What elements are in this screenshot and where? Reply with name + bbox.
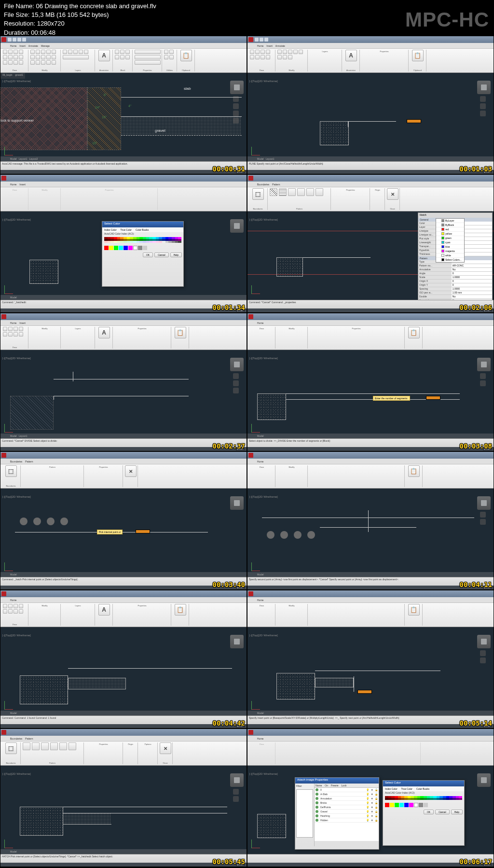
cancel-button[interactable]: Cancel: [435, 810, 450, 814]
dim-24: 24": [95, 106, 100, 109]
dialog-title: Select Color: [102, 222, 183, 227]
dropdown-item[interactable]: white: [436, 253, 464, 258]
divide-nodes: [20, 518, 68, 525]
dynamic-prompt: Enter the number of segments:: [373, 396, 410, 401]
layer-row[interactable]: 0💡❄🔓: [315, 788, 379, 792]
label-slab: slab: [184, 86, 191, 91]
select-color-dialog[interactable]: Select Color Index ColorTrue ColorColor …: [102, 221, 184, 287]
timestamp: 00:00:31: [213, 165, 245, 173]
aci-basic-row[interactable]: [102, 245, 183, 251]
help-button[interactable]: Help: [170, 252, 182, 257]
status-bar: MODEL: [0, 170, 247, 174]
thumb-3: HomeInsert Draw Modify Properties [-][To…: [0, 174, 247, 313]
thumb-9: Home Draw Modify Layers A Properties 📋 […: [0, 590, 247, 728]
prop-row[interactable]: Pattern na...AR-CONC: [418, 264, 492, 268]
prop-row[interactable]: Origin X0: [418, 280, 492, 283]
filter-label: Filter:: [296, 784, 313, 787]
layer-row[interactable]: A-Slab💡❄🔓: [315, 792, 379, 797]
layer-properties-dialog[interactable]: Attach image Properties Filter: NameOnFr…: [295, 777, 379, 850]
prop-row[interactable]: Origin Y0: [418, 283, 492, 287]
thumb-5: HomeInsert Draw Modify Layers A Properti…: [0, 313, 247, 451]
dynamic-prompt: Pick internal point or: [97, 530, 123, 534]
dynamic-input[interactable]: [357, 690, 372, 694]
layer-row[interactable]: Hatching💡❄🔓: [315, 814, 379, 818]
view-cube[interactable]: [230, 81, 244, 94]
drawing-area[interactable]: 06_begingravel1 [-][Top][2D Wireframe] s…: [0, 73, 247, 161]
command-line[interactable]: Command: Command: 1 found Command: 1 fou…: [0, 715, 247, 724]
dynamic-input[interactable]: [136, 530, 150, 533]
prop-row[interactable]: Angle0: [418, 272, 492, 276]
dropdown-item[interactable]: red: [436, 227, 464, 232]
ucs-icon: [4, 144, 16, 155]
dim-16: 16": [102, 115, 107, 119]
mpc-hc-watermark: MPC-HC: [405, 6, 489, 34]
prop-row[interactable]: Scale1.0000: [418, 276, 492, 280]
dropdown-item[interactable]: green: [436, 236, 464, 240]
thumb-1: HomeInsertAnnotateManage Draw Modify Lay…: [0, 36, 247, 174]
layer-row[interactable]: Gravel💡❄🔓: [315, 810, 379, 814]
view-label: [-][Top][2D Wireframe]: [2, 80, 31, 83]
autocad-icon: [1, 37, 6, 42]
dropdown-item[interactable]: blue: [436, 245, 464, 249]
ribbon: HomeInsertAnnotateManage Draw Modify Lay…: [0, 36, 247, 73]
dropdown-item[interactable]: yellow: [436, 232, 464, 236]
thumb-8: Home Draw Modify 📋 [-][Top][2D Wireframe…: [247, 451, 494, 590]
title-bar: [0, 36, 247, 43]
thumb-6: Home Draw Modify Properties 📋 [-][Top][2…: [247, 313, 494, 451]
help-button[interactable]: Help: [451, 810, 463, 814]
dynamic-input[interactable]: [407, 119, 421, 123]
ok-button[interactable]: OK: [424, 810, 434, 814]
command-line[interactable]: Command: *Cancel* Command: _properties: [247, 300, 494, 308]
layer-row[interactable]: Hidden💡❄🔓: [315, 818, 379, 823]
dropdown-item[interactable]: ByBlock: [436, 223, 464, 227]
command-line[interactable]: HATCH Pick internal point or [Select obj…: [0, 854, 247, 863]
command-line[interactable]: Command: *Cancel* DIVIDE Select object t…: [0, 438, 247, 447]
dropdown-item[interactable]: Select Colors...: [436, 258, 464, 262]
thumb-11: BoundariesPattern ⬚Boundaries Pattern Pr…: [0, 728, 247, 867]
thumb-10: Home Draw Modify 📋 [-][Top][2D Wireframe…: [247, 590, 494, 728]
thumb-7: BoundariesPattern ⬚Boundaries Pattern Pr…: [0, 451, 247, 590]
command-line[interactable]: Select object to divide: >>_DIVIDE Enter…: [247, 438, 494, 447]
label-gravel: gravel: [155, 128, 165, 133]
layer-row[interactable]: Bricks💡❄🔓: [315, 801, 379, 805]
select-color-dialog[interactable]: Select Color Index ColorTrue ColorColor …: [383, 780, 465, 846]
command-line[interactable]: Command: _hatch Pick internal point or […: [0, 577, 247, 586]
thumb-4: BoundariesPattern ⬚Boundaries Pattern Pr…: [247, 174, 494, 313]
ribbon-tabs[interactable]: HomeInsertAnnotateManage: [0, 43, 247, 49]
prop-row[interactable]: ISO pen w...1.00 mm: [418, 291, 492, 295]
layer-row[interactable]: Annotation💡❄🔓: [315, 797, 379, 801]
cancel-button[interactable]: Cancel: [154, 252, 169, 257]
selection-type: Hatch: [418, 213, 492, 218]
command-line[interactable]: PLINE Specify next point or [Arc/Close/H…: [247, 161, 494, 170]
paste-icon[interactable]: 📋: [180, 50, 192, 61]
layer-row[interactable]: DefPoints💡❄🔓: [315, 805, 379, 810]
color-palette[interactable]: [102, 235, 183, 245]
command-line[interactable]: AutoCAD message: This file is a TrustedD…: [0, 161, 247, 170]
dim-6: 6": [104, 93, 107, 97]
color-dropdown[interactable]: ByLayerByBlockredyellowgreencyanbluemage…: [436, 218, 465, 263]
dropdown-item[interactable]: magenta: [436, 249, 464, 253]
prop-row[interactable]: Spacing1.0000: [418, 287, 492, 291]
thumbnail-grid: HomeInsertAnnotateManage Draw Modify Lay…: [0, 36, 494, 867]
dynamic-input[interactable]: [426, 396, 440, 400]
command-line[interactable]: Specify second point or [Array] <use fir…: [247, 577, 494, 586]
command-line[interactable]: [247, 854, 494, 863]
prop-row[interactable]: DoubleNo: [418, 295, 492, 299]
command-line[interactable]: Specify insert point or [Basepoint/Scale…: [247, 715, 494, 724]
label-block: lock to support veneer: [0, 119, 34, 122]
thumb-12: Home Draw [-][Top][2D Wireframe] Attach …: [247, 728, 494, 867]
dropdown-item[interactable]: ByLayer: [436, 219, 464, 223]
command-line[interactable]: Command: '_hatchedit: [0, 300, 247, 308]
dim-4: 4": [128, 104, 131, 108]
ok-button[interactable]: OK: [143, 252, 153, 257]
dim-10: 10": [92, 141, 97, 145]
dropdown-item[interactable]: cyan: [436, 240, 464, 245]
prop-row[interactable]: AnnotativeNo: [418, 268, 492, 272]
file-info-header: File Name: 06 Drawing the concrete slab …: [0, 0, 494, 36]
thumb-2: HomeInsertAnnotate Draw Modify Layers AA…: [247, 36, 494, 174]
